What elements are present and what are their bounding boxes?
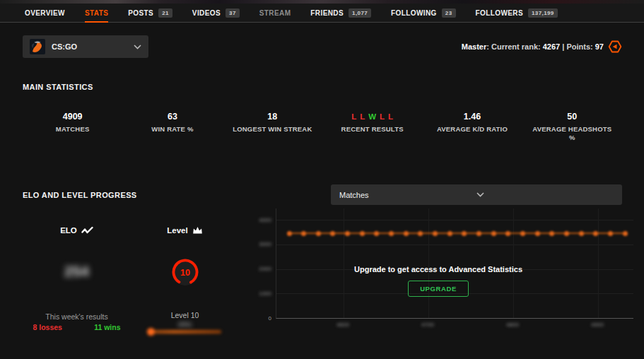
result-letter: W [368,112,376,121]
level-column-header: Level [131,226,239,235]
series-point [287,231,292,236]
tab-count-badge: 21 [158,8,172,18]
series-point [564,231,569,236]
profile-stats-page: OVERVIEWSTATSPOSTS21VIDEOS37STREAMFRIEND… [0,0,644,359]
tab-label: VIDEOS [192,9,221,17]
series-point [623,231,628,236]
series-point [608,231,613,236]
stat-label: LONGEST WIN STREAK [230,125,314,134]
tab-count-badge: 137,199 [528,8,558,18]
x-axis-tick: 4800 [500,322,525,328]
tab-followers[interactable]: FOLLOWERS137,199 [476,4,558,22]
series-point [404,231,409,236]
rank-value: 4267 [543,42,560,51]
week-results-row: 8 losses 11 wins [33,323,121,331]
stat-label: MATCHES [31,125,115,134]
level-column: Level 10 Level 10 2001 [131,226,239,346]
stat-matches: 4909MATCHES [23,112,122,142]
tab-label: FOLLOWERS [476,9,523,17]
stat-value: 18 [223,112,322,122]
stat-value: 1.46 [422,112,522,122]
result-letter: L [351,112,356,121]
x-axis-tick: 4700 [416,322,440,328]
series-point [389,231,394,236]
stat-average-headshots: 50AVERAGE HEADSHOTS % [522,112,622,142]
level-label: Level 10 [131,311,239,319]
main-statistics-title: MAIN STATISTICS [23,83,93,91]
elo-trend-icon [81,226,93,235]
upgrade-message: Upgrade to get access to Advanced Statis… [332,265,544,273]
tab-following[interactable]: FOLLOWING23 [391,4,455,22]
elo-header-label: ELO [60,226,77,235]
series-point [374,231,379,236]
elo-section-header: ELO AND LEVEL PROGRESS Matches [23,184,622,205]
tab-videos[interactable]: VIDEOS37 [192,4,240,22]
stat-value: 4909 [23,112,122,122]
week-results-title: This week's results [23,312,131,321]
tab-label: POSTS [128,9,153,17]
y-axis-tick: 4000 [253,217,271,223]
chart-plot [276,208,633,319]
stat-value: 63 [122,112,222,122]
elo-column: ELO 254 This week's results 8 losses 11 … [23,226,131,346]
upgrade-button[interactable]: UPGRADE [408,281,469,297]
series-point [330,231,335,236]
level-elo-blurred: 2001 [131,321,239,328]
stat-label: AVERAGE K/D RATIO [431,125,514,134]
y-axis-tick: 0 [253,315,271,322]
series-point [549,231,554,236]
stat-recent-results: LLWLLRECENT RESULTS [322,112,422,142]
game-select-dropdown[interactable]: CS:GO [23,35,148,58]
elo-progress-chart: Upgrade to get access to Advanced Statis… [253,208,638,339]
upgrade-overlay: Upgrade to get access to Advanced Statis… [332,265,544,297]
level-header-label: Level [167,226,187,235]
stat-value: LLWLL [322,112,422,122]
points-label: | Points: [560,42,595,51]
elo-section-title: ELO AND LEVEL PROGRESS [23,191,137,199]
tab-stream[interactable]: STREAM [259,4,291,22]
chart-filter-dropdown[interactable]: Matches [331,184,622,205]
stat-average-k-d-ratio: 1.46AVERAGE K/D RATIO [422,112,522,142]
y-axis-tick: 1000 [253,290,271,297]
tab-label: OVERVIEW [25,9,65,17]
level-progress-dot [147,328,155,336]
tab-friends[interactable]: FRIENDS1,077 [310,4,371,22]
stat-win-rate: 63WIN RATE % [122,112,222,142]
series-point [301,231,306,236]
stat-label: WIN RATE % [131,125,214,134]
elo-level-panel: ELO 254 This week's results 8 losses 11 … [23,226,239,346]
x-axis-tick: 4600 [331,322,355,328]
tab-label: STREAM [259,9,291,17]
level-progress-bar-blurred [149,330,221,334]
level-10-badge-icon: 10 [131,257,239,290]
tab-overview[interactable]: OVERVIEW [25,4,65,22]
series-point [491,231,496,236]
tab-label: FRIENDS [310,9,344,17]
series-point [579,231,584,236]
tab-stats[interactable]: STATS [85,4,108,22]
points-value: 97 [595,42,604,51]
week-wins: 11 wins [94,323,120,331]
series-point [418,231,423,236]
result-letter: L [380,112,385,121]
series-point [316,231,321,236]
stat-value: 50 [522,112,622,122]
profile-nav-tabs: OVERVIEWSTATSPOSTS21VIDEOS37STREAMFRIEND… [0,4,644,23]
series-point [593,231,598,236]
level-progress [131,330,239,334]
tab-count-badge: 37 [226,8,240,18]
csgo-game-icon [30,39,45,54]
series-point [505,231,510,236]
elo-column-header: ELO [23,226,131,235]
y-axis-tick: 2000 [253,266,271,272]
series-point [535,231,540,236]
x-axis-tick: 4900 [585,322,609,328]
chevron-down-icon [476,192,614,197]
tab-posts[interactable]: POSTS21 [128,4,172,22]
tab-count-badge: 1,077 [349,8,371,18]
rank-info: Master: Current rank: 4267 | Points: 97 [462,40,622,54]
chart-filter-value: Matches [339,191,476,199]
rank-label: : Current rank: [486,42,542,51]
result-letter: L [388,112,393,121]
rank-hexagon-icon [608,40,622,54]
